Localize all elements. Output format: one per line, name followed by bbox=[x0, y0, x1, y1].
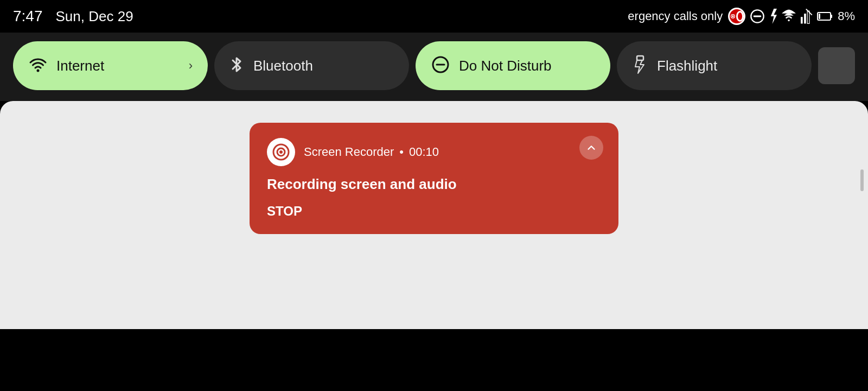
tile-bluetooth[interactable]: Bluetooth bbox=[214, 41, 409, 90]
notification-card: Screen Recorder • 00:10 Recording screen… bbox=[250, 123, 618, 234]
status-right: ergency calls only bbox=[628, 8, 855, 25]
dnd-icon bbox=[431, 55, 450, 77]
quick-tiles-row: Internet › Bluetooth Do Not Disturb F bbox=[0, 33, 868, 101]
signal-icon bbox=[801, 9, 813, 24]
tile-flashlight-label: Flashlight bbox=[657, 58, 717, 74]
svg-rect-11 bbox=[831, 15, 832, 18]
record-icon bbox=[728, 8, 745, 25]
notification-expand-button[interactable] bbox=[579, 136, 603, 160]
svg-rect-12 bbox=[819, 14, 820, 19]
notification-stop-button[interactable]: STOP bbox=[267, 204, 601, 219]
status-left: 7:47 Sun, Dec 29 bbox=[13, 8, 133, 25]
status-time: 7:47 bbox=[13, 8, 43, 25]
tile-dnd-label: Do Not Disturb bbox=[459, 58, 552, 74]
bluetooth-icon bbox=[229, 55, 245, 77]
status-icons: 8% bbox=[728, 8, 855, 25]
dnd-status-icon bbox=[750, 9, 765, 24]
screen-recorder-icon bbox=[267, 138, 295, 166]
status-date: Sun, Dec 29 bbox=[56, 8, 133, 25]
wifi-status-icon bbox=[781, 9, 796, 24]
svg-point-13 bbox=[37, 70, 40, 72]
svg-rect-7 bbox=[804, 14, 806, 23]
svg-point-5 bbox=[788, 20, 790, 22]
battery-text: 8% bbox=[838, 9, 855, 23]
svg-rect-8 bbox=[807, 11, 809, 23]
svg-marker-4 bbox=[771, 9, 777, 24]
notification-time: 00:10 bbox=[409, 145, 439, 159]
svg-point-19 bbox=[279, 150, 283, 154]
notification-area: Screen Recorder • 00:10 Recording screen… bbox=[0, 101, 868, 329]
scroll-indicator bbox=[860, 169, 864, 191]
notification-dot: • bbox=[399, 145, 404, 159]
svg-point-1 bbox=[732, 15, 733, 17]
notification-body: Recording screen and audio bbox=[267, 176, 601, 193]
flashlight-icon bbox=[632, 55, 648, 77]
wifi-icon bbox=[28, 55, 48, 77]
emergency-text: ergency calls only bbox=[628, 9, 723, 23]
tile-dnd[interactable]: Do Not Disturb bbox=[416, 41, 610, 90]
flash-status-icon bbox=[769, 9, 777, 24]
notification-app-name: Screen Recorder bbox=[304, 145, 394, 159]
chevron-right-icon: › bbox=[189, 59, 193, 73]
tile-internet[interactable]: Internet › bbox=[13, 41, 208, 90]
battery-icon bbox=[817, 9, 833, 24]
notification-title-group: Screen Recorder • 00:10 bbox=[304, 145, 439, 159]
svg-rect-16 bbox=[637, 56, 643, 60]
tile-bluetooth-label: Bluetooth bbox=[253, 58, 313, 74]
status-bar: 7:47 Sun, Dec 29 ergency calls only bbox=[0, 0, 868, 33]
svg-rect-6 bbox=[801, 17, 803, 23]
tile-internet-label: Internet bbox=[56, 58, 104, 74]
extra-tile[interactable] bbox=[818, 47, 855, 84]
notification-header: Screen Recorder • 00:10 bbox=[267, 138, 601, 166]
tile-flashlight[interactable]: Flashlight bbox=[617, 41, 812, 90]
